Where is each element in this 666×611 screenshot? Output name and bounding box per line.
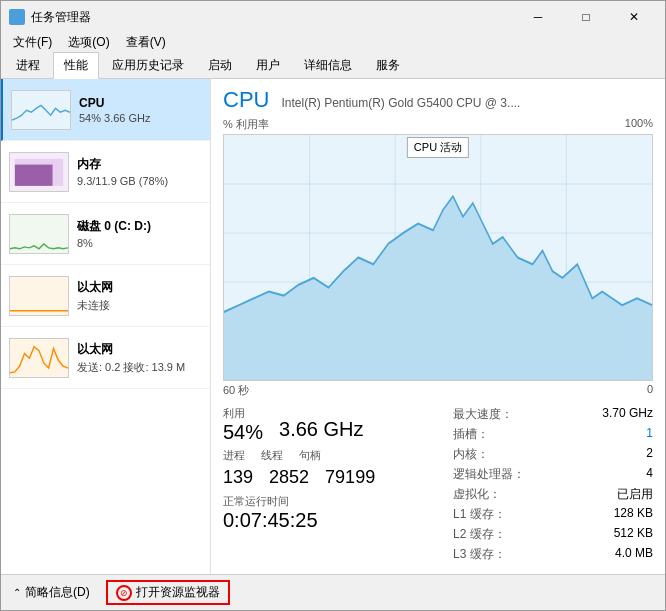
cpu-sidebar-info: CPU 54% 3.66 GHz <box>79 96 202 124</box>
summary-info-label: 简略信息(D) <box>25 584 90 601</box>
stats-area: 利用 54% 3.66 GHz 进程 <box>223 406 653 566</box>
menu-options[interactable]: 选项(O) <box>60 32 117 53</box>
tab-bar: 进程 性能 应用历史记录 启动 用户 详细信息 服务 <box>1 53 665 79</box>
window-controls: ─ □ ✕ <box>515 7 657 27</box>
cpu-chart: CPU 活动 <box>223 134 653 381</box>
menu-file[interactable]: 文件(F) <box>5 32 60 53</box>
tab-services[interactable]: 服务 <box>365 52 411 78</box>
thread-label: 线程 <box>261 448 283 463</box>
logical-row: 逻辑处理器： 4 <box>453 466 653 483</box>
disk-sidebar-info: 磁盘 0 (C: D:) 8% <box>77 218 202 249</box>
l1-row: L1 缓存： 128 KB <box>453 506 653 523</box>
process-value-col: 139 <box>223 467 253 488</box>
core-value: 2 <box>646 446 653 463</box>
tab-startup[interactable]: 启动 <box>197 52 243 78</box>
speed-label <box>279 406 363 418</box>
sidebar-item-cpu[interactable]: CPU 54% 3.66 GHz <box>1 79 210 141</box>
uptime-label: 正常运行时间 <box>223 494 453 509</box>
tab-details[interactable]: 详细信息 <box>293 52 363 78</box>
menu-bar: 文件(F) 选项(O) 查看(V) <box>1 31 665 53</box>
net1-sidebar-value: 未连接 <box>77 298 202 313</box>
l3-value: 4.0 MB <box>615 546 653 563</box>
net2-mini-chart <box>9 338 69 378</box>
handle-value: 79199 <box>325 467 375 488</box>
thread-label-col: 线程 <box>261 448 283 463</box>
stats-left: 利用 54% 3.66 GHz 进程 <box>223 406 453 566</box>
sidebar-item-net2[interactable]: 以太网 发送: 0.2 接收: 13.9 M <box>1 327 210 389</box>
virt-label: 虚拟化： <box>453 486 501 503</box>
sidebar: CPU 54% 3.66 GHz 内存 9.3/11.9 GB (78%) <box>1 79 211 574</box>
cpu-sidebar-name: CPU <box>79 96 202 110</box>
handle-label: 句柄 <box>299 448 321 463</box>
tab-users[interactable]: 用户 <box>245 52 291 78</box>
sidebar-item-disk[interactable]: 磁盘 0 (C: D:) 8% <box>1 203 210 265</box>
proc-thread-handle-labels: 进程 线程 句柄 <box>223 448 453 463</box>
net1-sidebar-name: 以太网 <box>77 279 202 296</box>
bottom-bar: ⌃ 简略信息(D) ⊘ 打开资源监视器 <box>1 574 665 610</box>
core-label: 内核： <box>453 446 489 463</box>
disk-mini-chart <box>9 214 69 254</box>
slot-value: 1 <box>646 426 653 443</box>
virt-value: 已启用 <box>617 486 653 503</box>
tab-process[interactable]: 进程 <box>5 52 51 78</box>
utilization-col: 利用 54% <box>223 406 263 444</box>
slot-row: 插槽： 1 <box>453 426 653 443</box>
open-resource-monitor-button[interactable]: ⊘ 打开资源监视器 <box>106 580 230 605</box>
chart-bottom-labels: 60 秒 0 <box>223 383 653 398</box>
utilization-label: 利用 <box>223 406 263 421</box>
net2-sidebar-name: 以太网 <box>77 341 202 358</box>
handle-label-col: 句柄 <box>299 448 321 463</box>
l1-label: L1 缓存： <box>453 506 506 523</box>
cpu-mini-chart <box>11 90 71 130</box>
svg-rect-1 <box>15 164 53 185</box>
utilization-value: 54% <box>223 421 263 444</box>
tab-app-history[interactable]: 应用历史记录 <box>101 52 195 78</box>
l2-row: L2 缓存： 512 KB <box>453 526 653 543</box>
chart-top-labels: % 利用率 100% <box>223 117 653 132</box>
handle-value-col: 79199 <box>325 467 375 488</box>
uptime-value: 0:07:45:25 <box>223 509 453 532</box>
right-panel-title: CPU <box>223 87 269 113</box>
summary-info-button[interactable]: ⌃ 简略信息(D) <box>13 584 90 601</box>
max-speed-label: 最大速度： <box>453 406 513 423</box>
tab-performance[interactable]: 性能 <box>53 52 99 79</box>
process-value: 139 <box>223 467 253 488</box>
mem-sidebar-value: 9.3/11.9 GB (78%) <box>77 175 202 187</box>
core-row: 内核： 2 <box>453 446 653 463</box>
process-label: 进程 <box>223 448 245 463</box>
max-speed-row: 最大速度： 3.70 GHz <box>453 406 653 423</box>
task-manager-window: 任务管理器 ─ □ ✕ 文件(F) 选项(O) 查看(V) 进程 性能 应用历史… <box>0 0 666 611</box>
slot-label: 插槽： <box>453 426 489 443</box>
sidebar-item-net1[interactable]: 以太网 未连接 <box>1 265 210 327</box>
virt-row: 虚拟化： 已启用 <box>453 486 653 503</box>
disk-sidebar-value: 8% <box>77 237 202 249</box>
app-icon <box>9 9 25 25</box>
net1-sidebar-info: 以太网 未连接 <box>77 279 202 313</box>
chart-y-max: 100% <box>625 117 653 132</box>
uptime-group: 正常运行时间 0:07:45:25 <box>223 494 453 532</box>
speed-value: 3.66 GHz <box>279 418 363 441</box>
title-bar: 任务管理器 ─ □ ✕ <box>1 1 665 31</box>
right-panel: CPU Intel(R) Pentium(R) Gold G5400 CPU @… <box>211 79 665 574</box>
disk-sidebar-name: 磁盘 0 (C: D:) <box>77 218 202 235</box>
maximize-button[interactable]: □ <box>563 7 609 27</box>
chart-time-left: 60 秒 <box>223 383 249 398</box>
window-title: 任务管理器 <box>31 9 91 26</box>
proc-thread-handle-values: 139 2852 79199 <box>223 467 453 488</box>
logical-label: 逻辑处理器： <box>453 466 525 483</box>
title-bar-left: 任务管理器 <box>9 9 91 26</box>
main-content: CPU 54% 3.66 GHz 内存 9.3/11.9 GB (78%) <box>1 79 665 574</box>
max-speed-value: 3.70 GHz <box>602 406 653 423</box>
close-button[interactable]: ✕ <box>611 7 657 27</box>
right-panel-subtitle: Intel(R) Pentium(R) Gold G5400 CPU @ 3..… <box>281 96 520 110</box>
sidebar-item-memory[interactable]: 内存 9.3/11.9 GB (78%) <box>1 141 210 203</box>
minimize-button[interactable]: ─ <box>515 7 561 27</box>
chevron-up-icon: ⌃ <box>13 587 21 598</box>
menu-view[interactable]: 查看(V) <box>118 32 174 53</box>
net1-mini-chart <box>9 276 69 316</box>
l2-label: L2 缓存： <box>453 526 506 543</box>
chart-y-label: % 利用率 <box>223 117 269 132</box>
mem-sidebar-name: 内存 <box>77 156 202 173</box>
net2-sidebar-info: 以太网 发送: 0.2 接收: 13.9 M <box>77 341 202 375</box>
process-label-col: 进程 <box>223 448 245 463</box>
